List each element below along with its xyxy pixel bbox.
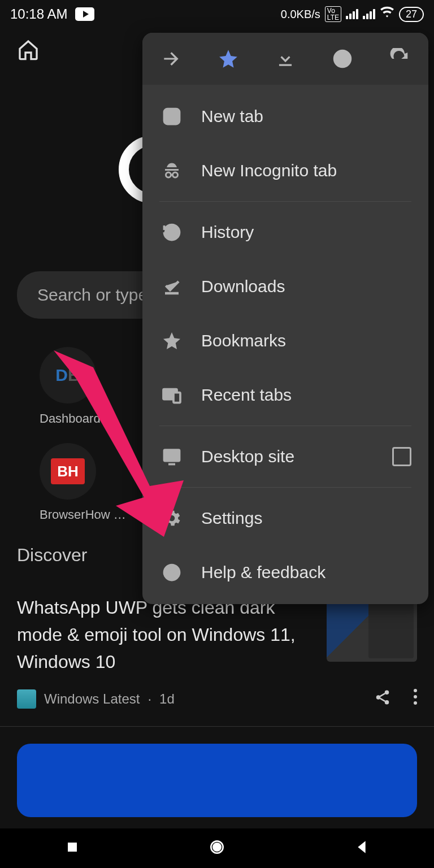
volte-icon: VoLTE	[325, 6, 341, 22]
desktop-icon	[159, 446, 184, 467]
nav-home-button[interactable]	[208, 838, 226, 858]
menu-label: History	[201, 223, 254, 242]
article-meta: Windows Latest · 1d	[17, 689, 417, 709]
battery-indicator: 27	[399, 7, 424, 22]
bookmark-star-button[interactable]	[199, 33, 257, 85]
check-underline-icon	[159, 276, 184, 297]
system-nav-bar	[0, 828, 434, 868]
dashboard-icon: DB	[40, 347, 96, 403]
tile-label: BrowserHow …	[40, 507, 126, 522]
svg-rect-15	[164, 450, 180, 461]
svg-point-10	[173, 172, 178, 177]
menu-label: Help & feedback	[201, 563, 326, 582]
menu-item-history[interactable]: History	[142, 205, 428, 259]
source-icon	[17, 689, 36, 709]
star-icon	[159, 331, 184, 351]
article-thumbnail	[327, 594, 417, 662]
devices-icon	[159, 385, 184, 405]
signal-icon-1	[346, 9, 358, 19]
tile-label: Dashboard …	[40, 411, 116, 426]
page-info-button[interactable]	[314, 33, 371, 85]
promo-card[interactable]	[17, 744, 417, 817]
nav-recent-button[interactable]	[63, 838, 81, 858]
svg-point-0	[385, 691, 389, 695]
menu-item-incognito[interactable]: New Incognito tab	[142, 144, 428, 198]
menu-label: Desktop site	[201, 447, 294, 466]
download-button[interactable]	[257, 33, 314, 85]
menu-separator	[159, 426, 411, 426]
plus-square-icon	[159, 106, 184, 127]
shortcut-tile-dashboard[interactable]: DB Dashboard …	[40, 347, 116, 426]
menu-item-help[interactable]: Help & feedback	[142, 545, 428, 600]
svg-rect-14	[173, 393, 180, 403]
menu-item-bookmarks[interactable]: Bookmarks	[142, 314, 428, 368]
menu-item-recent-tabs[interactable]: Recent tabs	[142, 368, 428, 422]
menu-item-settings[interactable]: Settings	[142, 491, 428, 545]
signal-icon-2	[363, 9, 375, 19]
menu-label: Recent tabs	[201, 385, 292, 405]
svg-point-9	[166, 172, 171, 177]
home-icon[interactable]	[17, 38, 40, 63]
desktop-site-checkbox[interactable]	[392, 447, 411, 466]
article-title: WhatsApp UWP gets clean dark mode & emoj…	[17, 594, 315, 675]
menu-label: Downloads	[201, 277, 285, 296]
shortcut-tile-browserhow[interactable]: BH BrowserHow …	[40, 443, 126, 522]
help-icon	[159, 562, 184, 583]
forward-button[interactable]	[142, 33, 199, 85]
svg-point-2	[385, 700, 389, 705]
menu-label: Settings	[201, 509, 262, 528]
gear-icon	[159, 508, 184, 528]
menu-action-row	[142, 33, 428, 85]
reload-button[interactable]	[371, 33, 428, 85]
svg-point-18	[171, 576, 172, 577]
history-icon	[159, 222, 184, 242]
menu-item-new-tab[interactable]: New tab	[142, 89, 428, 144]
status-data-rate: 0.0KB/s	[281, 8, 320, 21]
browserhow-icon: BH	[40, 443, 96, 500]
svg-rect-20	[68, 843, 77, 852]
menu-item-downloads[interactable]: Downloads	[142, 259, 428, 314]
menu-separator	[159, 201, 411, 202]
menu-label: New Incognito tab	[201, 161, 337, 180]
more-icon[interactable]	[414, 689, 417, 709]
menu-label: New tab	[201, 107, 263, 126]
divider	[0, 726, 434, 727]
status-time: 10:18 AM	[10, 6, 67, 22]
search-placeholder: Search or type	[37, 285, 147, 305]
svg-point-1	[376, 695, 381, 700]
nav-back-button[interactable]	[353, 838, 371, 858]
incognito-icon	[159, 160, 184, 181]
svg-point-22	[213, 843, 220, 850]
youtube-icon	[75, 7, 94, 21]
share-icon[interactable]	[374, 689, 391, 709]
menu-separator	[159, 487, 411, 488]
discover-article[interactable]: WhatsApp UWP gets clean dark mode & emoj…	[17, 594, 417, 675]
article-age: 1d	[159, 691, 175, 707]
menu-item-desktop-site[interactable]: Desktop site	[142, 429, 428, 484]
wifi-icon	[380, 5, 394, 23]
article-source: Windows Latest	[44, 691, 140, 707]
overflow-menu: New tab New Incognito tab History Downlo…	[142, 33, 428, 604]
menu-label: Bookmarks	[201, 331, 286, 350]
status-bar: 10:18 AM 0.0KB/s VoLTE 27	[0, 0, 434, 28]
